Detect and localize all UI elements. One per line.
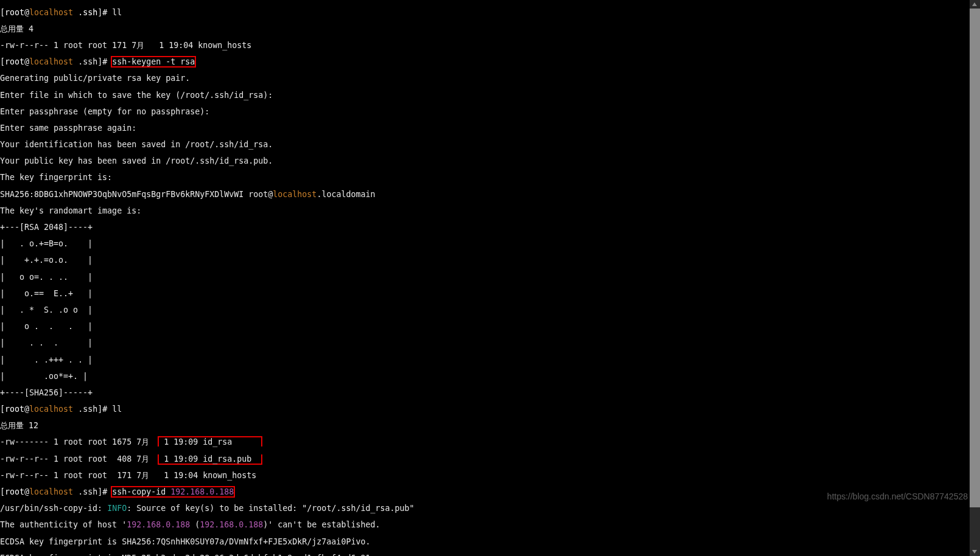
scrollbar-thumb[interactable]: [970, 9, 980, 507]
ip-address: 192.168.0.188: [170, 487, 234, 496]
scrollbar[interactable]: [970, 0, 980, 556]
prompt-user: root: [5, 8, 24, 17]
highlight-id-rsa-pub: 1 19:09 id_rsa.pub: [158, 454, 262, 465]
output: Enter file in which to save the key (/ro…: [0, 91, 877, 100]
randomart: | . * S. .o o |: [0, 306, 877, 314]
prompt-line: [root@localhost .ssh]# ll: [0, 405, 877, 414]
prompt-line: [root@localhost .ssh]# ssh-keygen -t rsa: [0, 58, 877, 66]
highlight-id-rsa: 1 19:09 id_rsa: [158, 436, 262, 447]
randomart: +---[RSA 2048]----+: [0, 223, 877, 232]
output: /usr/bin/ssh-copy-id: INFO: Source of ke…: [0, 504, 877, 513]
total-line: 总用量 4: [0, 25, 877, 33]
output: SHA256:8DBG1xhPNOWP3OqbNvO5mFqsBgrFBv6kR…: [0, 190, 877, 199]
output: Generating public/private rsa key pair.: [0, 74, 877, 83]
terminal-output[interactable]: [root@localhost .ssh]# ll 总用量 4 -rw-r--r…: [0, 0, 877, 556]
output: The key fingerprint is:: [0, 173, 877, 182]
randomart: | .oo*=+. |: [0, 372, 877, 381]
randomart: | . . . |: [0, 339, 877, 347]
randomart: +----[SHA256]-----+: [0, 389, 877, 397]
output: The key's randomart image is:: [0, 207, 877, 215]
randomart: | . .+++ . . |: [0, 356, 877, 364]
output: ECDSA key fingerprint is SHA256:7QSnhHK0…: [0, 538, 877, 546]
ls-row: -rw------- 1 root root 1675 7月 1 19:09 i…: [0, 438, 877, 447]
cmd-ll: ll: [112, 8, 122, 17]
highlight-ssh-keygen: ssh-keygen -t rsa: [111, 56, 196, 68]
highlight-ssh-copy-id: ssh-copy-id 192.168.0.188: [111, 486, 235, 498]
ls-row: -rw-r--r-- 1 root root 171 7月 1 19:04 kn…: [0, 41, 877, 50]
prompt-host: localhost: [29, 8, 73, 17]
prompt-line: [root@localhost .ssh]# ll: [0, 9, 877, 17]
watermark: https://blog.csdn.net/CSDN87742528: [827, 493, 968, 501]
output: Enter passphrase (empty for no passphras…: [0, 108, 877, 116]
randomart: | o . . . |: [0, 322, 877, 331]
randomart: | +.+.=o.o. |: [0, 256, 877, 265]
output: Your public key has been saved in /root/…: [0, 157, 877, 165]
randomart: | o o=. . .. |: [0, 273, 877, 282]
randomart: | . o.+=B=o. |: [0, 240, 877, 248]
output: Enter same passphrase again:: [0, 124, 877, 133]
randomart: | o.== E..+ |: [0, 290, 877, 298]
open-bracket: [: [0, 8, 5, 17]
output: The authenticity of host '192.168.0.188 …: [0, 521, 877, 529]
ls-row: -rw-r--r-- 1 root root 171 7月 1 19:04 kn…: [0, 471, 877, 480]
total-line: 总用量 12: [0, 422, 877, 430]
ls-row: -rw-r--r-- 1 root root 408 7月 1 19:09 id…: [0, 455, 877, 464]
output: Your identification has been saved in /r…: [0, 141, 877, 149]
prompt-line: [root@localhost .ssh]# ssh-copy-id 192.1…: [0, 488, 877, 496]
